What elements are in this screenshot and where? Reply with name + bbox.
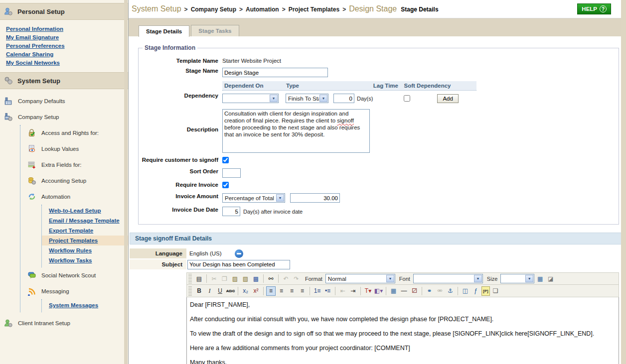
email-body-line: Here are a few additional comments from …	[190, 345, 616, 352]
sidebar-link-workflow-tasks[interactable]: Workflow Tasks	[42, 255, 128, 265]
subject-input[interactable]	[187, 260, 290, 269]
ordered-list-icon[interactable]: 1≡	[313, 286, 322, 296]
sidebar-link-workflow-rules[interactable]: Workflow Rules	[42, 245, 128, 255]
bold-icon[interactable]: B	[194, 286, 204, 296]
sidebar-link-project-templates[interactable]: Project Templates	[42, 236, 128, 245]
sidebar-item-access-and-rights[interactable]: Access and Rights for:	[20, 125, 128, 141]
sidebar-item-automation[interactable]: Automation	[20, 189, 128, 205]
align-justify-icon[interactable]: ≡	[298, 286, 307, 296]
personal-setup-header[interactable]: Personal Setup	[0, 3, 128, 20]
align-right-icon[interactable]: ≡	[287, 286, 297, 296]
tab-stage-tasks[interactable]: Stage Tasks	[191, 25, 239, 36]
sidebar-link-my-email-signature[interactable]: My Email Signature	[6, 33, 128, 42]
add-dependency-button[interactable]: Add	[437, 94, 458, 103]
strikethrough-icon[interactable]: ABC	[226, 286, 235, 296]
dependent-on-select[interactable]: ▼	[222, 94, 279, 103]
hr-icon[interactable]: ―	[399, 286, 409, 296]
table-icon[interactable]: ▦	[389, 286, 398, 296]
paste-text-icon[interactable]: ▧	[241, 274, 250, 283]
image-icon[interactable]: ◫	[461, 286, 470, 296]
toolbar-collapse-handle[interactable]	[188, 286, 192, 296]
description-textarea[interactable]: Consultation with client for design insp…	[222, 109, 370, 153]
soft-dependency-checkbox[interactable]	[404, 95, 410, 102]
eraser-icon[interactable]: ◪	[546, 274, 555, 283]
sidebar-item-company-setup[interactable]: Company Setup	[0, 109, 128, 125]
person-gear-icon	[4, 7, 13, 16]
sidebar: Personal Setup Personal Information My E…	[0, 0, 129, 364]
fit-window-icon[interactable]: ▦	[535, 274, 545, 283]
breadcrumb-company-setup[interactable]: Company Setup	[191, 6, 236, 13]
system-setup-header[interactable]: System Setup	[0, 72, 128, 89]
require-invoice-label: Require Invoice	[139, 180, 222, 189]
sidebar-item-social-network-scout[interactable]: Social Network Scout	[20, 267, 128, 283]
superscript-icon[interactable]: x²	[251, 286, 261, 296]
lag-time-input[interactable]	[333, 94, 354, 103]
dependency-type-select[interactable]: Finish To Start ▼	[286, 94, 328, 103]
breadcrumb-automation[interactable]: Automation	[246, 6, 279, 13]
breadcrumb-design-stage[interactable]: Design Stage	[349, 4, 397, 13]
sort-order-input[interactable]	[222, 168, 241, 178]
stage-name-input[interactable]	[222, 68, 328, 77]
require-signoff-label: Require customer to signoff	[139, 155, 222, 164]
paste-icon[interactable]: ▨	[230, 274, 240, 283]
require-invoice-checkbox[interactable]	[222, 182, 229, 188]
sidebar-link-web-to-lead-setup[interactable]: Web-to-Lead Setup	[42, 206, 128, 216]
sidebar-item-client-intranet-setup[interactable]: Client Intranet Setup	[0, 315, 128, 331]
align-left-icon[interactable]: ≡	[266, 286, 276, 296]
remove-language-icon[interactable]	[235, 249, 243, 258]
sidebar-link-email-message-template[interactable]: Email / Message Template	[42, 216, 128, 226]
undo-icon[interactable]: ↶	[281, 274, 291, 283]
text-color-icon[interactable]: T▾	[363, 286, 373, 296]
sidebar-link-calendar-sharing[interactable]: Calendar Sharing	[6, 50, 128, 59]
toolbar-collapse-handle[interactable]	[188, 274, 192, 283]
sidebar-link-export-template[interactable]: Export Template	[42, 226, 128, 236]
paste-word-icon[interactable]: ▩	[251, 274, 261, 283]
italic-icon[interactable]: I	[205, 286, 214, 296]
flash-icon[interactable]: ƒ	[471, 286, 480, 296]
size-select[interactable]: ▼	[500, 274, 534, 283]
invoice-amount-input[interactable]	[290, 193, 340, 203]
link-icon[interactable]: ⚭	[425, 286, 434, 296]
preview-icon[interactable]: ❏	[491, 286, 500, 296]
align-center-icon[interactable]: ≡	[277, 286, 286, 296]
unlink-icon[interactable]: ⚮	[435, 286, 445, 296]
bullet-list-icon[interactable]: •≡	[323, 286, 332, 296]
indent-icon[interactable]: ⇥	[348, 286, 358, 296]
breadcrumb-system-setup[interactable]: System Setup	[132, 4, 181, 13]
sidebar-item-messaging[interactable]: Messaging	[20, 283, 128, 299]
description-label: Description	[139, 108, 222, 153]
copy-icon[interactable]: ❐	[220, 274, 229, 283]
sidebar-item-company-defaults[interactable]: Company Defaults	[0, 93, 128, 109]
sidebar-link-personal-preferences[interactable]: Personal Preferences	[6, 42, 128, 50]
cube-icon[interactable]: ⚂	[410, 286, 419, 296]
invoice-amount-type-select[interactable]: Percentage of Total ▼	[222, 193, 285, 203]
bg-color-icon[interactable]: ◧▾	[374, 286, 383, 296]
tab-content: Stage Information Template Name Starter …	[129, 36, 626, 364]
sidebar-link-personal-information[interactable]: Personal Information	[6, 25, 128, 33]
underline-icon[interactable]: U	[215, 286, 225, 296]
sidebar-link-my-social-networks[interactable]: My Social Networks	[6, 59, 128, 67]
sidebar-item-accounting-setup[interactable]: Accounting Setup	[20, 173, 128, 189]
anchor-icon[interactable]: ⚓	[446, 286, 455, 296]
subscript-icon[interactable]: x₂	[241, 286, 250, 296]
sidebar-item-extra-fields[interactable]: Extra Fields for:	[20, 157, 128, 173]
require-signoff-checkbox[interactable]	[222, 157, 229, 163]
email-body-editor[interactable]: Dear [FIRST_NAME],After conducting our i…	[186, 297, 619, 364]
messaging-links: System Messages	[41, 299, 128, 312]
tab-stage-details[interactable]: Stage Details	[139, 25, 189, 37]
find-icon[interactable]: ⚯	[266, 274, 276, 283]
help-button[interactable]: HELP ?	[577, 3, 611, 14]
format-select[interactable]: Normal▼	[325, 274, 395, 283]
toolbar-separator	[278, 274, 279, 283]
redo-icon[interactable]: ↷	[292, 274, 301, 283]
sidebar-link-system-messages[interactable]: System Messages	[42, 300, 128, 310]
font-select[interactable]: ▼	[413, 274, 483, 283]
cut-icon[interactable]: ✂	[209, 274, 219, 283]
sidebar-item-lookup-values[interactable]: Lookup Values	[20, 141, 128, 157]
breadcrumb-project-templates[interactable]: Project Templates	[289, 6, 339, 13]
source-icon[interactable]: ▤	[194, 274, 204, 283]
outdent-icon[interactable]: ⇤	[338, 286, 347, 296]
placeholder-icon[interactable]: [P]	[481, 286, 490, 296]
invoice-due-input[interactable]	[222, 207, 240, 216]
sidebar-item-label: Company Defaults	[18, 98, 65, 104]
